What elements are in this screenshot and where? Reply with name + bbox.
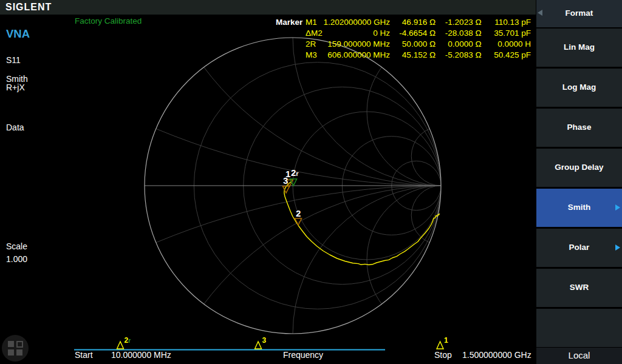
- vna-screen: SIGLENT Factory Calibrated VNA S11 Smith…: [0, 0, 622, 364]
- menu-item-label: Phase: [536, 123, 622, 132]
- freq-marker-label-3: 3: [262, 337, 267, 344]
- stop-label: Stop: [434, 350, 452, 360]
- marker-row-M3-v1: 45.152 Ω: [393, 50, 436, 59]
- freq-axis-markers: [117, 342, 444, 349]
- menu-header-label: Format: [536, 8, 622, 18]
- submenu-arrow-icon: [615, 244, 620, 251]
- home-button[interactable]: [2, 335, 29, 362]
- menu-item-label: Polar: [536, 243, 622, 252]
- menu-item-label: Log Mag: [536, 83, 622, 92]
- marker-row-ΔM2-freq: 0 Hz: [311, 29, 390, 38]
- marker-row-2R-freq: 159.000000 MHz: [311, 39, 390, 49]
- marker-row-M3-v3: 50.425 pF: [485, 50, 531, 59]
- menu-item-label: Lin Mag: [536, 42, 622, 52]
- marker-row-M1-v3: 110.13 pF: [485, 18, 531, 27]
- calibration-status: Factory Calibrated: [75, 16, 142, 25]
- menu-item-lin-mag[interactable]: Lin Mag: [536, 29, 622, 67]
- marker-row-M3-freq: 606.000000 MHz: [311, 50, 390, 59]
- menu-item-smith[interactable]: Smith: [536, 189, 622, 228]
- marker-row-M1-v2: -1.2023 Ω: [432, 18, 482, 27]
- marker-number: 2: [296, 208, 301, 218]
- chart-marker-label-m2r: 2r: [291, 169, 299, 177]
- scale-value: 1.000: [6, 254, 27, 264]
- marker-row-M3-v2: -5.2083 Ω: [432, 50, 482, 59]
- brand-logo: SIGLENT: [5, 2, 52, 13]
- data-label: Data: [6, 123, 24, 132]
- freq-marker-number: 1: [444, 336, 448, 345]
- scale-label: Scale: [6, 241, 27, 251]
- marker-number: 3: [283, 175, 288, 186]
- marker-ref-suffix: r: [296, 170, 298, 177]
- local-button[interactable]: Local: [536, 348, 622, 364]
- marker-table-title: Marker: [276, 18, 302, 27]
- stop-value[interactable]: 1.500000000 GHz: [462, 350, 531, 360]
- submenu-arrow-icon: [615, 204, 620, 211]
- freq-marker-label-2: 2r: [125, 337, 131, 344]
- marker-row-M1-freq: 1.202000000 GHz: [311, 18, 390, 27]
- axis-label: Frequency: [264, 350, 343, 360]
- chart-marker-label-m2: 2: [296, 210, 301, 217]
- freq-marker-delta-3: [255, 342, 262, 349]
- softkey-menu: Format Lin MagLog MagPhaseGroup DelaySmi…: [536, 0, 622, 364]
- menu-item-phase[interactable]: Phase: [536, 109, 622, 147]
- menu-item-swr[interactable]: SWR: [536, 269, 622, 308]
- marker-row-ΔM2-v1: -4.6654 Ω: [393, 29, 436, 38]
- menu-item-polar[interactable]: Polar: [536, 229, 622, 268]
- freq-marker-delta-2: [117, 342, 124, 349]
- menu-item-log-mag[interactable]: Log Mag: [536, 69, 622, 107]
- marker-row-2R-v1: 50.000 Ω: [393, 39, 436, 49]
- freq-marker-label-1: 1: [444, 337, 448, 344]
- trace-label[interactable]: S11: [6, 55, 21, 65]
- marker-row-2R-v2: 0.0000 Ω: [432, 39, 482, 49]
- freq-marker-number: 3: [262, 336, 267, 345]
- local-label: Local: [536, 350, 622, 360]
- start-label: Start: [75, 350, 93, 360]
- home-icon: [8, 341, 14, 347]
- home-icon: [16, 349, 22, 356]
- home-icon: [8, 349, 14, 356]
- marker-row-M1-v1: 46.916 Ω: [393, 18, 436, 27]
- trace-format-line2: R+jX: [6, 83, 25, 92]
- start-value[interactable]: 10.000000 MHz: [111, 350, 171, 360]
- marker-row-2R-v3: 0.0000 H: [485, 39, 531, 49]
- chart-marker-label-m3: 3: [283, 177, 288, 184]
- home-icon: [16, 341, 23, 348]
- freq-marker-delta-1: [437, 342, 443, 349]
- marker-row-ΔM2-v3: 35.701 pF: [485, 29, 531, 38]
- header-bar: [0, 0, 536, 15]
- menu-header[interactable]: Format: [536, 0, 622, 27]
- menu-item-label: SWR: [536, 283, 622, 292]
- menu-item-blank: [536, 309, 622, 348]
- menu-item-label: Smith: [536, 203, 622, 212]
- menu-item-label: Group Delay: [536, 163, 622, 172]
- menu-item-group-delay[interactable]: Group Delay: [536, 149, 622, 187]
- marker-row-ΔM2-v2: -28.038 Ω: [432, 29, 482, 38]
- s11-trace: [284, 182, 440, 265]
- mode-label: VNA: [6, 27, 30, 41]
- freq-marker-ref-suffix: r: [128, 337, 131, 344]
